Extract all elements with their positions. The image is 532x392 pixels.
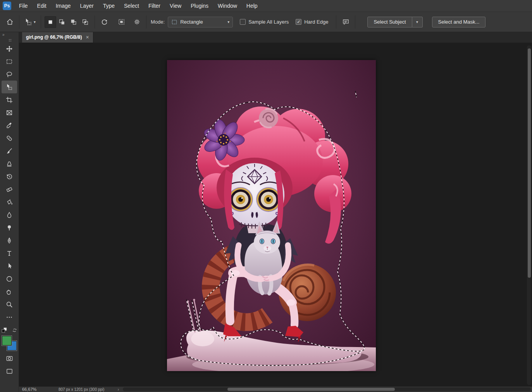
- intersect-selection-icon: [82, 19, 89, 26]
- gear-icon: [133, 18, 141, 26]
- tool-object-selection[interactable]: [2, 81, 17, 93]
- tool-blur[interactable]: [2, 208, 17, 221]
- canvas-area[interactable]: [19, 43, 532, 387]
- subtract-selection-icon: [70, 19, 77, 26]
- history-brush-icon: [6, 173, 13, 180]
- hard-edge-checkbox[interactable]: ✓ Hard Edge: [296, 19, 328, 25]
- menu-plugins[interactable]: Plugins: [186, 0, 213, 12]
- subtract-from-selection-button[interactable]: [68, 16, 79, 28]
- mode-dropdown[interactable]: Rectangle ▾: [168, 17, 233, 28]
- tool-preset-picker[interactable]: ▾: [23, 18, 37, 26]
- divider: [355, 15, 355, 29]
- sample-all-layers-checkbox[interactable]: ✓ Sample All Layers: [240, 19, 289, 25]
- intersect-selection-button[interactable]: [79, 16, 91, 28]
- divider: [336, 15, 336, 29]
- mode-value: Rectangle: [180, 19, 203, 25]
- tool-zoom[interactable]: [2, 298, 17, 311]
- close-icon[interactable]: ×: [86, 34, 89, 40]
- ellipse-icon: [6, 275, 13, 282]
- select-and-mask-button[interactable]: Select and Mask...: [432, 17, 486, 28]
- tool-settings-button[interactable]: [131, 16, 143, 28]
- tool-pen[interactable]: [2, 234, 17, 247]
- status-bar: 66,67% 807 px x 1201 px (300 ppi) ›: [19, 387, 532, 392]
- photoshop-window: Ps File Edit Image Layer Type Select Fil…: [0, 0, 532, 392]
- tool-crop[interactable]: [2, 93, 17, 106]
- select-subject-button[interactable]: Select Subject: [367, 17, 412, 28]
- menu-window[interactable]: Window: [213, 0, 242, 12]
- toolbar-more-button[interactable]: [2, 311, 17, 323]
- feedback-icon: [342, 18, 350, 26]
- document-tab-title: girl.png @ 66,7% (RGB/8): [26, 34, 82, 40]
- foreground-color-swatch[interactable]: [2, 336, 12, 346]
- tool-move[interactable]: [2, 42, 17, 55]
- tool-ellipse[interactable]: [2, 272, 17, 285]
- tool-dodge[interactable]: [2, 221, 17, 234]
- clone-stamp-icon: [6, 160, 13, 167]
- feedback-button[interactable]: [340, 16, 351, 28]
- tool-eyedropper[interactable]: [2, 119, 17, 132]
- select-subject-options-button[interactable]: ▾: [412, 17, 423, 28]
- checkbox-label: Sample All Layers: [248, 19, 289, 25]
- menu-filter[interactable]: Filter: [144, 0, 165, 12]
- chevron-down-icon: ▾: [34, 20, 36, 24]
- tool-clone-stamp[interactable]: [2, 157, 17, 170]
- toolbar-grip[interactable]: [9, 39, 10, 40]
- blur-drop-icon: [6, 211, 13, 218]
- rectangle-mode-icon: [171, 19, 177, 25]
- marquee-icon: [6, 58, 13, 65]
- mode-label: Mode:: [151, 19, 165, 25]
- menu-edit[interactable]: Edit: [33, 0, 51, 12]
- object-selection-icon: [6, 84, 13, 91]
- tool-hand[interactable]: [2, 285, 17, 298]
- vertical-scrollbar-thumb[interactable]: [528, 48, 531, 278]
- hand-icon: [6, 288, 13, 295]
- zoom-level[interactable]: 66,67%: [22, 387, 42, 392]
- vertical-scrollbar[interactable]: [527, 45, 531, 385]
- home-button[interactable]: [4, 16, 15, 28]
- lasso-icon: [6, 71, 13, 78]
- refresh-icon: [101, 18, 108, 26]
- horizontal-scrollbar-thumb[interactable]: [227, 388, 395, 391]
- menu-view[interactable]: View: [165, 0, 186, 12]
- crop-icon: [6, 96, 13, 103]
- tool-path-selection[interactable]: [2, 260, 17, 272]
- show-all-objects-button[interactable]: [115, 16, 127, 28]
- tool-paint-bucket[interactable]: [2, 196, 17, 208]
- add-to-selection-button[interactable]: [56, 16, 68, 28]
- path-selection-icon: [6, 263, 13, 270]
- menu-layer[interactable]: Layer: [76, 0, 98, 12]
- menu-image[interactable]: Image: [51, 0, 76, 12]
- toolbar-collapse-button[interactable]: »: [0, 32, 19, 38]
- menu-select[interactable]: Select: [119, 0, 144, 12]
- tool-type[interactable]: [2, 247, 17, 260]
- tool-rectangular-marquee[interactable]: [2, 55, 17, 68]
- status-menu-chevron-icon[interactable]: ›: [117, 387, 119, 392]
- menu-help[interactable]: Help: [242, 0, 262, 12]
- divider: [95, 15, 95, 29]
- new-selection-button[interactable]: [45, 16, 56, 28]
- horizontal-scrollbar[interactable]: [123, 387, 531, 391]
- default-colors-icon[interactable]: [1, 327, 8, 334]
- document-canvas[interactable]: [167, 60, 376, 371]
- tool-frame[interactable]: [2, 106, 17, 119]
- chevron-down-icon: ▾: [227, 20, 229, 24]
- tool-history-brush[interactable]: [2, 170, 17, 183]
- new-selection-icon: [47, 19, 54, 26]
- tool-preset-icon: [24, 18, 32, 26]
- divider: [146, 15, 146, 29]
- tool-lasso[interactable]: [2, 68, 17, 81]
- tool-brush[interactable]: [2, 144, 17, 157]
- refresh-object-finder-button[interactable]: [98, 16, 110, 28]
- zoom-icon: [6, 301, 13, 308]
- swap-colors-icon[interactable]: [12, 327, 18, 333]
- menu-type[interactable]: Type: [98, 0, 119, 12]
- tool-healing-brush[interactable]: [2, 132, 17, 144]
- dodge-icon: [6, 224, 13, 231]
- quick-mask-icon[interactable]: [6, 355, 13, 362]
- screen-mode-icon[interactable]: [6, 368, 13, 375]
- tool-eraser[interactable]: [2, 183, 17, 196]
- document-tab[interactable]: girl.png @ 66,7% (RGB/8) ×: [22, 32, 93, 43]
- healing-brush-icon: [6, 135, 13, 142]
- menu-file[interactable]: File: [14, 0, 33, 12]
- checkbox-label: Hard Edge: [304, 19, 328, 25]
